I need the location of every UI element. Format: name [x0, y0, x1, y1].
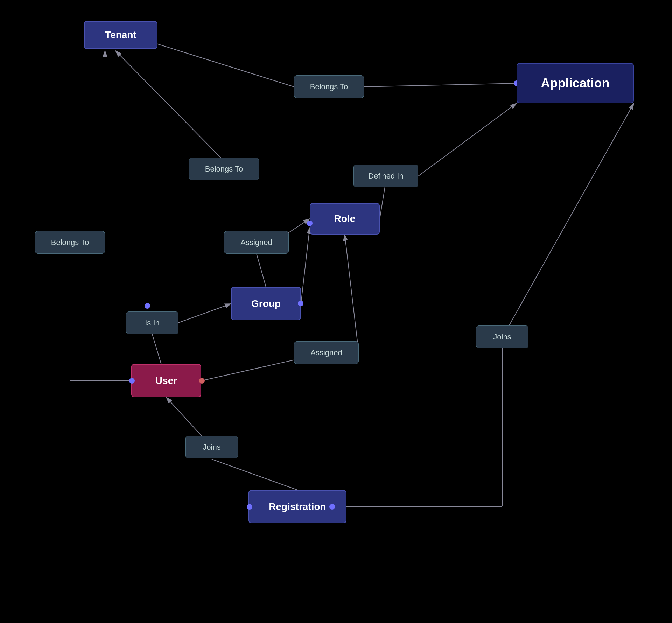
diagram-container: Tenant Application Role Group User Regis… — [0, 0, 672, 623]
assigned-1-node[interactable]: Assigned — [224, 231, 289, 254]
is-in-label: Is In — [145, 318, 160, 328]
svg-line-20 — [502, 103, 634, 338]
svg-line-11 — [301, 227, 310, 303]
joins-2-label: Joins — [493, 332, 511, 342]
belongs-to-2-label: Belongs To — [205, 164, 243, 174]
user-node[interactable]: User — [131, 364, 201, 397]
application-node[interactable]: Application — [517, 63, 634, 103]
user-dot-left — [129, 378, 135, 384]
group-dot-right — [298, 301, 303, 306]
user-label: User — [155, 375, 177, 386]
defined-in-node[interactable]: Defined In — [354, 164, 418, 187]
tenant-label: Tenant — [105, 29, 136, 41]
belongs-to-1-node[interactable]: Belongs To — [294, 75, 364, 98]
belongs-to-3-node[interactable]: Belongs To — [35, 231, 105, 254]
assigned-1-label: Assigned — [240, 238, 272, 247]
group-label: Group — [251, 298, 281, 309]
defined-in-label: Defined In — [368, 172, 403, 181]
group-dot-left — [145, 303, 150, 309]
svg-line-4 — [115, 51, 231, 168]
role-dot-left — [307, 220, 313, 226]
registration-dot-left — [247, 504, 252, 510]
belongs-to-3-label: Belongs To — [51, 238, 89, 247]
user-dot-right — [199, 378, 205, 384]
svg-line-13 — [418, 103, 517, 176]
svg-line-9 — [257, 254, 266, 287]
svg-line-8 — [178, 304, 231, 323]
is-in-node[interactable]: Is In — [126, 312, 178, 334]
tenant-node[interactable]: Tenant — [84, 21, 158, 49]
belongs-to-1-label: Belongs To — [310, 82, 348, 91]
group-node[interactable]: Group — [231, 287, 301, 320]
registration-label: Registration — [269, 501, 326, 512]
joins-1-node[interactable]: Joins — [186, 436, 238, 458]
joins-2-node[interactable]: Joins — [476, 326, 528, 348]
role-label: Role — [334, 213, 356, 224]
svg-line-16 — [212, 459, 298, 490]
svg-line-15 — [345, 234, 359, 353]
svg-line-1 — [364, 83, 517, 87]
assigned-2-node[interactable]: Assigned — [294, 341, 359, 364]
registration-dot-right — [329, 504, 335, 510]
role-node[interactable]: Role — [310, 203, 380, 234]
application-label: Application — [541, 76, 610, 91]
joins-1-label: Joins — [203, 443, 220, 452]
assigned-2-label: Assigned — [310, 348, 342, 357]
belongs-to-2-node[interactable]: Belongs To — [189, 158, 259, 180]
